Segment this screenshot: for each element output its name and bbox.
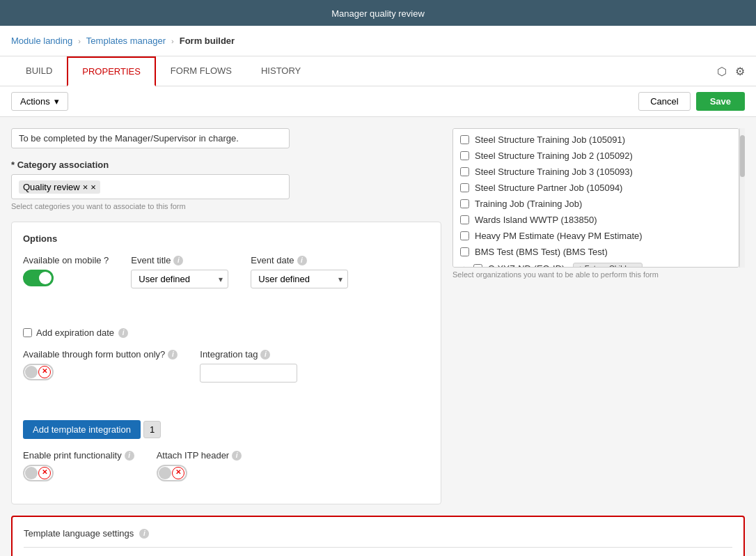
enable-print-label: Enable print functionality i <box>23 450 134 461</box>
add-expiration-label[interactable]: Add expiration date i <box>23 327 128 338</box>
category-tag: Quality review × × <box>19 180 100 194</box>
event-title-group: Event title i User defined <box>131 255 228 288</box>
options-title: Options <box>23 233 430 244</box>
list-item[interactable]: Steel Structure Training Job 2 (105092) <box>453 148 739 164</box>
external-link-icon[interactable]: ⬡ <box>717 65 727 78</box>
form-button-toggle[interactable]: ✕ <box>23 364 54 380</box>
integration-badge: 1 <box>143 421 161 438</box>
check-icon-mobile: ✓ <box>26 272 38 284</box>
event-date-label: Event date i <box>251 255 348 265</box>
integration-tag-info-icon[interactable]: i <box>260 350 270 360</box>
category-label: * Category association <box>11 160 441 170</box>
list-item[interactable]: Steel Structure Training Job (105091) <box>453 132 739 148</box>
scrollbar-track[interactable] <box>739 128 745 268</box>
integration-tag-group: Integration tag i <box>200 349 297 383</box>
add-expiration-group: Add expiration date i <box>23 311 128 338</box>
org-checkbox-8[interactable] <box>473 264 482 268</box>
language-section: Template language settings i English | E… <box>11 516 745 556</box>
org-label-6: Heavy PM Estimate (Heavy PM Estimate) <box>475 231 643 241</box>
enable-print-toggle[interactable]: ✕ <box>23 465 54 481</box>
settings-icon[interactable]: ⚙ <box>735 65 745 78</box>
save-button[interactable]: Save <box>696 92 745 111</box>
org-list[interactable]: Steel Structure Training Job (105091) St… <box>452 128 739 268</box>
event-title-info-icon[interactable]: i <box>173 256 183 265</box>
available-mobile-group: Available on mobile ? ✓ <box>23 255 109 286</box>
add-expiration-checkbox[interactable] <box>23 328 32 337</box>
org-checkbox-5[interactable] <box>460 215 469 224</box>
org-label-4: Training Job (Training Job) <box>475 199 582 209</box>
expand-icon[interactable]: ▲ <box>460 264 468 268</box>
category-tag-label: Quality review <box>23 182 80 192</box>
breadcrumb-module-landing[interactable]: Module landing <box>11 36 72 46</box>
cancel-button[interactable]: Cancel <box>638 92 690 111</box>
event-date-select-wrapper: User defined <box>251 270 348 288</box>
org-hint: Select organizations you want to be able… <box>452 270 745 279</box>
org-label-2: Steel Structure Training Job 3 (105093) <box>475 167 633 177</box>
org-label-7: BMS Test (BMS Test) (BMS Test) <box>475 247 608 257</box>
description-input[interactable] <box>11 128 290 148</box>
org-checkbox-3[interactable] <box>460 183 469 192</box>
options-section: Options Available on mobile ? ✓ Event ti… <box>11 222 441 504</box>
list-item[interactable]: Heavy PM Estimate (Heavy PM Estimate) <box>453 228 739 244</box>
options-row-1: Available on mobile ? ✓ Event title i U <box>23 255 430 338</box>
breadcrumb-templates-manager[interactable]: Templates manager <box>86 36 166 46</box>
list-item[interactable]: Steel Structure Training Job 3 (105093) <box>453 164 739 180</box>
form-button-group: Available through form button only? i ✕ <box>23 349 178 380</box>
event-title-select[interactable]: User defined <box>131 270 228 288</box>
app-title: Manager quality review <box>331 8 425 19</box>
tab-properties[interactable]: PROPERTIES <box>67 56 156 86</box>
breadcrumb-sep-1: › <box>78 37 81 45</box>
category-section: * Category association Quality review × … <box>11 160 441 210</box>
list-item[interactable]: Steel Structure Partner Job (105094) <box>453 180 739 196</box>
org-checkbox-0[interactable] <box>460 135 469 144</box>
integration-tag-input[interactable] <box>200 364 297 383</box>
available-mobile-toggle[interactable]: ✓ <box>23 270 54 286</box>
enable-print-info-icon[interactable]: i <box>125 451 134 461</box>
x-icon-print: ✕ <box>38 467 51 479</box>
x-icon-form-button: ✕ <box>38 366 51 378</box>
list-item[interactable]: Wards Island WWTP (183850) <box>453 212 739 228</box>
toggle-knob-print <box>25 467 38 479</box>
event-date-group: Event date i User defined <box>251 255 348 288</box>
list-item[interactable]: BMS Test (BMS Test) (BMS Test) <box>453 244 739 260</box>
scrollbar-thumb[interactable] <box>740 135 745 177</box>
category-tag-x2[interactable]: × <box>90 182 96 192</box>
language-info-icon[interactable]: i <box>139 529 149 539</box>
tab-build[interactable]: BUILD <box>11 56 67 86</box>
tab-form-flows[interactable]: FORM FLOWS <box>156 56 246 86</box>
tab-history[interactable]: HISTORY <box>246 56 315 86</box>
add-expiration-info-icon[interactable]: i <box>118 328 128 338</box>
category-box[interactable]: Quality review × × <box>11 174 290 199</box>
org-checkbox-6[interactable] <box>460 231 469 240</box>
org-checkbox-1[interactable] <box>460 151 469 160</box>
attach-itp-info-icon[interactable]: i <box>232 451 242 461</box>
tabs: BUILD PROPERTIES FORM FLOWS HISTORY <box>11 56 315 86</box>
attach-itp-toggle[interactable]: ✕ <box>157 465 187 481</box>
future-children-tag: + Future Children <box>573 263 642 268</box>
toggle-knob-itp <box>159 467 171 479</box>
event-date-info-icon[interactable]: i <box>297 256 307 265</box>
breadcrumb-sep-2: › <box>171 37 174 45</box>
form-button-info-icon[interactable]: i <box>168 350 178 360</box>
org-checkbox-4[interactable] <box>460 199 469 208</box>
org-list-container: Steel Structure Training Job (105091) St… <box>452 128 745 268</box>
app-title-bar: Manager quality review <box>0 0 756 26</box>
enable-print-group: Enable print functionality i ✕ <box>23 450 134 481</box>
x-icon-itp: ✕ <box>172 467 184 479</box>
tab-icons: ⬡ ⚙ <box>717 65 745 78</box>
org-checkbox-2[interactable] <box>460 167 469 176</box>
org-checkbox-7[interactable] <box>460 247 469 256</box>
actions-chevron-icon: ▾ <box>54 96 59 107</box>
toggle-knob-mobile <box>39 272 52 284</box>
actions-button[interactable]: Actions ▾ <box>11 92 68 111</box>
toggle-knob-form-button <box>25 366 38 378</box>
list-item[interactable]: Training Job (Training Job) <box>453 196 739 212</box>
add-template-integration-button[interactable]: Add template integration <box>23 420 141 439</box>
right-panel: Steel Structure Training Job (105091) St… <box>452 128 745 504</box>
list-item[interactable]: ▲ C-XYZ-ND (EO-ID) + Future Children <box>453 260 739 268</box>
event-date-select[interactable]: User defined <box>251 270 348 288</box>
form-button-label: Available through form button only? i <box>23 349 178 360</box>
org-label-3: Steel Structure Partner Job (105094) <box>475 183 622 193</box>
breadcrumb-form-builder: Form builder <box>180 36 235 46</box>
category-tag-x1[interactable]: × <box>83 182 88 192</box>
